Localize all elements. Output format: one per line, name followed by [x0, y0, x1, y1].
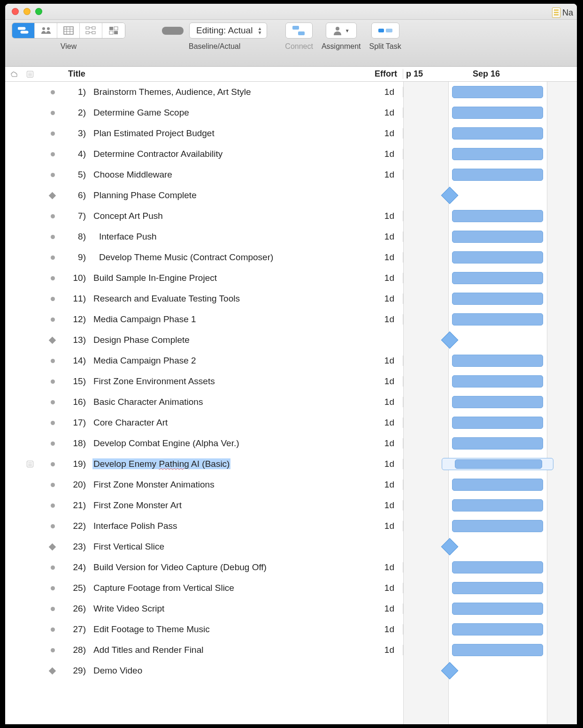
- task-row[interactable]: 3)Plan Estimated Project Budget1d: [5, 123, 403, 144]
- row-title-cell[interactable]: Demo Video: [88, 666, 366, 676]
- task-row[interactable]: 18)Develop Combat Engine (Alpha Ver.)1d: [5, 433, 403, 454]
- row-status-cell[interactable]: [37, 152, 60, 156]
- row-status-cell[interactable]: [37, 421, 60, 425]
- row-title-cell[interactable]: First Zone Monster Art: [88, 500, 366, 511]
- task-row[interactable]: 22)Interface Polish Pass1d: [5, 516, 403, 536]
- gantt-milestone[interactable]: [441, 187, 459, 204]
- row-status-cell[interactable]: [37, 214, 60, 218]
- gantt-bar[interactable]: [452, 251, 543, 263]
- view-calendar-button[interactable]: [57, 23, 80, 38]
- effort-column-header[interactable]: Effort: [366, 69, 403, 79]
- gantt-row[interactable]: [403, 144, 577, 164]
- row-title-cell[interactable]: Basic Character Animations: [88, 397, 366, 407]
- view-styles-button[interactable]: [102, 23, 125, 38]
- row-title-cell[interactable]: First Vertical Slice: [88, 542, 366, 552]
- gantt-row[interactable]: [403, 330, 577, 350]
- gantt-bar[interactable]: [452, 272, 543, 284]
- task-row[interactable]: 17)Core Character Art1d: [5, 412, 403, 433]
- row-status-cell[interactable]: [37, 318, 60, 322]
- row-status-cell[interactable]: [37, 544, 60, 550]
- view-network-button[interactable]: [80, 23, 102, 38]
- row-status-cell[interactable]: [37, 193, 60, 198]
- task-row[interactable]: 11)Research and Evaluate Testing Tools1d: [5, 288, 403, 309]
- gantt-row[interactable]: [403, 598, 577, 619]
- split-task-button[interactable]: [371, 23, 399, 39]
- gantt-row[interactable]: [403, 412, 577, 433]
- gantt-row[interactable]: [403, 185, 577, 206]
- row-title-cell[interactable]: Choose Middleware: [88, 170, 366, 180]
- gantt-row[interactable]: [403, 247, 577, 268]
- gantt-row[interactable]: [403, 536, 577, 557]
- task-row[interactable]: 14)Media Campaign Phase 21d: [5, 350, 403, 371]
- gantt-bar[interactable]: [452, 396, 543, 408]
- row-note-cell[interactable]: [23, 461, 37, 467]
- task-row[interactable]: 9)Develop Theme Music (Contract Composer…: [5, 247, 403, 268]
- task-row[interactable]: 27)Edit Footage to Theme Music1d: [5, 619, 403, 640]
- gantt-row[interactable]: [403, 309, 577, 330]
- gantt-bar[interactable]: [455, 459, 542, 469]
- row-status-cell[interactable]: [37, 627, 60, 632]
- row-title-cell[interactable]: Develop Theme Music (Contract Composer): [88, 252, 366, 263]
- task-row[interactable]: 6)Planning Phase Complete: [5, 185, 403, 206]
- task-row[interactable]: 25)Capture Footage from Vertical Slice1d: [5, 578, 403, 598]
- gantt-row[interactable]: [403, 474, 577, 495]
- gantt-row[interactable]: [403, 454, 577, 474]
- titlebar[interactable]: Na: [5, 4, 577, 20]
- row-status-cell[interactable]: [37, 503, 60, 508]
- gantt-row[interactable]: [403, 82, 577, 102]
- row-title-cell[interactable]: Design Phase Complete: [88, 335, 366, 345]
- gantt-bar[interactable]: [452, 437, 543, 449]
- task-row[interactable]: 5)Choose Middleware1d: [5, 164, 403, 185]
- row-title-cell[interactable]: Add Titles and Render Final: [88, 645, 366, 655]
- row-title-cell[interactable]: Interface Polish Pass: [88, 521, 366, 531]
- gantt-row[interactable]: [403, 102, 577, 123]
- row-status-cell[interactable]: [37, 276, 60, 280]
- row-title-cell[interactable]: Edit Footage to Theme Music: [88, 624, 366, 635]
- gantt-row[interactable]: [403, 288, 577, 309]
- note-column-header[interactable]: [23, 71, 37, 77]
- gantt-bar[interactable]: [452, 582, 543, 594]
- task-outline[interactable]: 1)Brainstorm Themes, Audience, Art Style…: [5, 82, 403, 724]
- gantt-row[interactable]: [403, 350, 577, 371]
- row-status-cell[interactable]: [37, 565, 60, 570]
- row-title-cell[interactable]: Media Campaign Phase 2: [88, 356, 366, 366]
- gantt-bar[interactable]: [452, 107, 543, 119]
- view-gantt-button[interactable]: [12, 23, 35, 38]
- task-row[interactable]: 24)Build Version for Video Capture (Debu…: [5, 557, 403, 578]
- gantt-bar[interactable]: [452, 479, 543, 491]
- row-status-cell[interactable]: [37, 400, 60, 404]
- task-row[interactable]: 13)Design Phase Complete: [5, 330, 403, 350]
- row-status-cell[interactable]: [37, 90, 60, 94]
- gantt-row[interactable]: [403, 268, 577, 288]
- task-row[interactable]: 16)Basic Character Animations1d: [5, 392, 403, 412]
- gantt-row[interactable]: [403, 619, 577, 640]
- row-status-cell[interactable]: [37, 173, 60, 177]
- gantt-row[interactable]: [403, 392, 577, 412]
- row-status-cell[interactable]: [37, 256, 60, 260]
- gantt-bar[interactable]: [452, 417, 543, 429]
- task-row[interactable]: 26)Write Video Script1d: [5, 598, 403, 619]
- gantt-bar[interactable]: [452, 313, 543, 325]
- task-row[interactable]: 2)Determine Game Scope1d: [5, 102, 403, 123]
- task-row[interactable]: 28)Add Titles and Render Final1d: [5, 640, 403, 660]
- gantt-bar[interactable]: [452, 231, 543, 243]
- gantt-row[interactable]: [403, 660, 577, 681]
- gantt-row[interactable]: [403, 557, 577, 578]
- row-status-cell[interactable]: [37, 483, 60, 487]
- row-title-cell[interactable]: Determine Game Scope: [88, 108, 366, 118]
- gantt-bar[interactable]: [452, 561, 543, 573]
- gantt-bar[interactable]: [452, 355, 543, 367]
- row-title-cell[interactable]: Concept Art Push: [88, 211, 366, 221]
- row-title-cell[interactable]: Research and Evaluate Testing Tools: [88, 294, 366, 304]
- gantt-row[interactable]: [403, 206, 577, 226]
- task-row[interactable]: 29)Demo Video: [5, 660, 403, 681]
- row-status-cell[interactable]: [37, 235, 60, 239]
- gantt-bar[interactable]: [452, 169, 543, 181]
- row-status-cell[interactable]: [37, 586, 60, 590]
- task-row[interactable]: 7)Concept Art Push1d: [5, 206, 403, 226]
- gantt-row[interactable]: [403, 371, 577, 392]
- row-title-cell[interactable]: Planning Phase Complete: [88, 190, 366, 201]
- title-column-header[interactable]: Title: [64, 69, 366, 79]
- assignment-button[interactable]: ▼: [326, 23, 357, 39]
- row-status-cell[interactable]: [37, 648, 60, 652]
